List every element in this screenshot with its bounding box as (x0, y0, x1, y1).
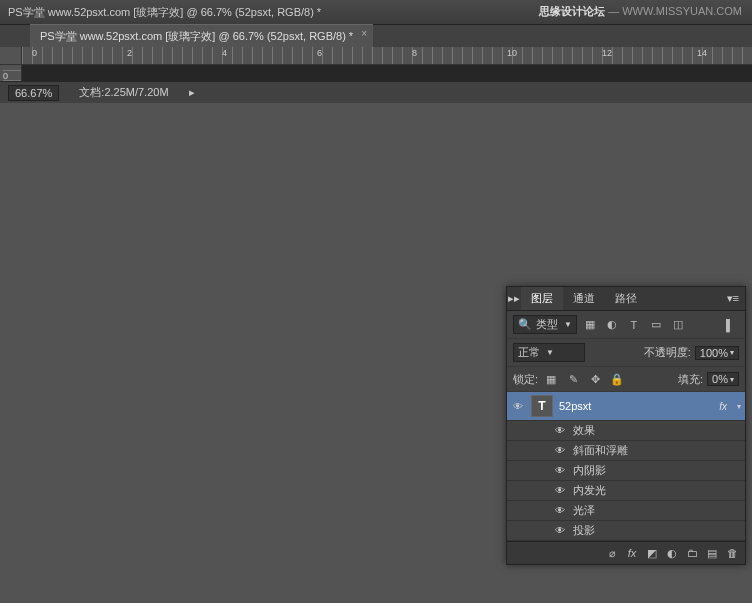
chevron-down-icon[interactable]: ▾ (737, 402, 741, 411)
group-icon[interactable]: 🗀 (683, 545, 701, 561)
doc-size: 文档:2.25M/7.20M (79, 85, 168, 100)
document-tabs: PS学堂 www.52psxt.com [玻璃字效] @ 66.7% (52ps… (0, 25, 752, 47)
panel-tabs: ▸▸ 图层 通道 路径 ▾≡ (507, 287, 745, 311)
effects-header[interactable]: 👁 效果 (507, 421, 745, 441)
effect-drop-shadow[interactable]: 👁 投影 (507, 521, 745, 541)
filter-type-icon[interactable]: T (625, 317, 643, 333)
layer-item[interactable]: 👁 T 52psxt fx ▾ (507, 392, 745, 421)
effect-inner-shadow[interactable]: 👁 内阴影 (507, 461, 745, 481)
close-icon[interactable]: × (361, 28, 367, 39)
tab-layers[interactable]: 图层 (521, 287, 563, 310)
panel-footer: ⌀ fx ◩ ◐ 🗀 ▤ 🗑 (507, 541, 745, 564)
lock-move-icon[interactable]: ✥ (586, 371, 604, 387)
fx-badge[interactable]: fx (719, 401, 727, 412)
visibility-icon[interactable]: 👁 (553, 505, 567, 516)
fx-menu-icon[interactable]: fx (623, 545, 641, 561)
title-bar: PS学堂 www.52psxt.com [玻璃字效] @ 66.7% (52ps… (0, 0, 752, 25)
visibility-icon[interactable]: 👁 (553, 525, 567, 536)
visibility-icon[interactable]: 👁 (511, 401, 525, 412)
filter-smart-icon[interactable]: ◫ (669, 317, 687, 333)
new-layer-icon[interactable]: ▤ (703, 545, 721, 561)
zoom-field[interactable]: 66.67% (8, 85, 59, 101)
filter-pixel-icon[interactable]: ▦ (581, 317, 599, 333)
ruler-horizontal[interactable]: 0 2 4 6 8 10 12 14 (22, 47, 752, 65)
filter-toggle[interactable]: ▌ (721, 317, 739, 333)
ruler-corner (0, 47, 22, 65)
lock-label: 锁定: (513, 372, 538, 387)
layer-thumb-type-icon: T (531, 395, 553, 417)
lock-row: 锁定: ▦ ✎ ✥ 🔒 填充: 0%▾ (507, 367, 745, 392)
blend-row: 正常 ▼ 不透明度: 100%▾ (507, 339, 745, 367)
tab-paths[interactable]: 路径 (605, 287, 647, 310)
effect-satin[interactable]: 👁 光泽 (507, 501, 745, 521)
panel-menu-icon[interactable]: ▾≡ (721, 292, 745, 305)
trash-icon[interactable]: 🗑 (723, 545, 741, 561)
adjustment-icon[interactable]: ◐ (663, 545, 681, 561)
visibility-icon[interactable]: 👁 (553, 485, 567, 496)
layer-filter-row: 🔍 类型 ▼ ▦ ◐ T ▭ ◫ ▌ (507, 311, 745, 339)
visibility-icon[interactable]: 👁 (553, 425, 567, 436)
lock-transparent-icon[interactable]: ▦ (542, 371, 560, 387)
mask-icon[interactable]: ◩ (643, 545, 661, 561)
filter-shape-icon[interactable]: ▭ (647, 317, 665, 333)
effect-bevel[interactable]: 👁 斜面和浮雕 (507, 441, 745, 461)
layer-list: 👁 T 52psxt fx ▾ 👁 效果 👁 斜面和浮雕 👁 内阴影 👁 内发光… (507, 392, 745, 541)
visibility-icon[interactable]: 👁 (553, 445, 567, 456)
filter-kind-select[interactable]: 🔍 类型 ▼ (513, 315, 577, 334)
chevron-down-icon: ▼ (546, 348, 554, 357)
opacity-label: 不透明度: (644, 345, 691, 360)
visibility-icon[interactable]: 👁 (553, 465, 567, 476)
layer-name[interactable]: 52psxt (559, 400, 713, 412)
chevron-right-icon[interactable]: ▸ (189, 86, 195, 99)
collapse-icon[interactable]: ▸▸ (507, 292, 521, 306)
title-text: PS学堂 www.52psxt.com [玻璃字效] @ 66.7% (52ps… (8, 5, 321, 20)
canvas-area[interactable]: 52psxt (22, 65, 752, 81)
layers-panel: ▸▸ 图层 通道 路径 ▾≡ 🔍 类型 ▼ ▦ ◐ T ▭ ◫ ▌ 正常 ▼ 不… (506, 286, 746, 565)
blend-mode-select[interactable]: 正常 ▼ (513, 343, 585, 362)
link-layers-icon[interactable]: ⌀ (603, 545, 621, 561)
status-bar: 66.67% 文档:2.25M/7.20M ▸ (0, 81, 752, 103)
chevron-down-icon: ▼ (564, 320, 572, 329)
opacity-input[interactable]: 100%▾ (695, 346, 739, 360)
lock-all-icon[interactable]: 🔒 (608, 371, 626, 387)
ruler-vertical[interactable]: 0 2 4 6 8 1 (0, 65, 22, 81)
watermark: 思缘设计论坛 — WWW.MISSYUAN.COM (539, 4, 742, 19)
lock-paint-icon[interactable]: ✎ (564, 371, 582, 387)
search-icon: 🔍 (518, 318, 532, 332)
tab-channels[interactable]: 通道 (563, 287, 605, 310)
effect-inner-glow[interactable]: 👁 内发光 (507, 481, 745, 501)
document-tab[interactable]: PS学堂 www.52psxt.com [玻璃字效] @ 66.7% (52ps… (30, 24, 373, 48)
fill-input[interactable]: 0%▾ (707, 372, 739, 386)
filter-adjust-icon[interactable]: ◐ (603, 317, 621, 333)
fill-label: 填充: (678, 372, 703, 387)
